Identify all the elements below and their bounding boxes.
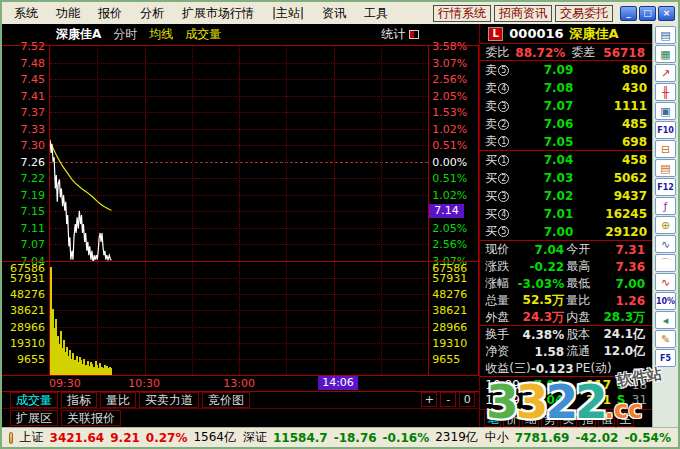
volume-axis-label: 9655 xyxy=(432,352,460,365)
formula-icon[interactable]: ƒ xyxy=(655,197,676,215)
price-axis-label: 7.52 xyxy=(21,40,46,53)
minimize-button[interactable]: _ xyxy=(620,6,637,21)
menu-item-1[interactable]: 功能 xyxy=(47,4,89,23)
time-cursor-tag: 14:06 xyxy=(318,376,358,390)
stock-code: 000016 xyxy=(509,26,563,41)
bid-label: 买1 xyxy=(485,152,517,169)
bid-volume: 5062 xyxy=(573,171,647,185)
f12-trade-icon[interactable]: F12 xyxy=(655,178,676,196)
bid-queue: 买17.04458买27.035062买37.029437买47.0116245… xyxy=(480,151,652,241)
menu-item-7[interactable]: 工具 xyxy=(355,4,397,23)
chart-tab-0[interactable]: 成交量 xyxy=(10,392,58,408)
extra-tab-0[interactable]: 扩展区 xyxy=(10,410,58,426)
circled-number-icon: 1 xyxy=(498,155,509,166)
wave-icon[interactable]: ∿ xyxy=(655,235,676,253)
bid-row: 买17.04458 xyxy=(480,151,652,169)
menu-item-5[interactable]: |主站| xyxy=(263,4,313,23)
chart-tab-4[interactable]: 竞价图 xyxy=(202,392,250,408)
index-name: 深证 xyxy=(243,429,267,446)
info-row: 现价7.04今开7.31 xyxy=(480,241,652,258)
menu-item-6[interactable]: 资讯 xyxy=(313,4,355,23)
ten-percent-icon[interactable]: 10% xyxy=(655,292,676,310)
volume-gridline xyxy=(50,359,428,360)
import-icon[interactable]: ◂ xyxy=(655,311,676,329)
menu-bar: 系统功能报价分析扩展市场行情|主站|资讯工具 行情系统招商资讯交易委托 _ □ … xyxy=(2,2,678,24)
board-tree-icon[interactable]: ⊟ xyxy=(655,140,676,158)
time-axis: 09:3010:3013:0014:0014:06 xyxy=(2,376,479,392)
volume-axis-label: 28966 xyxy=(10,320,45,333)
main-content: 深康佳A 分时 均线 成交量 统计 7.527.487.457.417.377.… xyxy=(2,24,678,427)
ask-row: 卖57.09880 xyxy=(480,61,652,79)
price-plot[interactable] xyxy=(49,46,429,261)
quick-button-0[interactable]: 行情系统 xyxy=(433,5,491,22)
percent-axis-label: 0.00% xyxy=(432,155,467,168)
percent-axis-label: 3.58% xyxy=(432,40,467,53)
info-label: 换手 xyxy=(485,326,509,343)
kline-icon[interactable]: ╫ xyxy=(655,83,676,101)
chart-tab-2[interactable]: 量比 xyxy=(100,392,136,408)
status-bar: 上证3421.649.210.27%1564亿深证11584.7-18.76-0… xyxy=(2,427,678,447)
view-avg-link[interactable]: 均线 xyxy=(149,26,173,43)
watermark-logo: 3322.cc 软件站 xyxy=(486,378,642,425)
info-book-icon[interactable]: ▤ xyxy=(655,159,676,177)
price-axis-label: 7.19 xyxy=(21,188,46,201)
maximize-button[interactable]: □ xyxy=(639,6,656,21)
volume-axis-right: 6758657931482763862128966193109655 xyxy=(429,262,479,375)
quick-button-2[interactable]: 交易委托 xyxy=(555,5,613,22)
percent-axis-label: 1.02% xyxy=(432,188,467,201)
stock-name: 深康佳A xyxy=(570,25,619,43)
chart-tab-3[interactable]: 买卖力道 xyxy=(139,392,199,408)
volume-axis-label: 19310 xyxy=(432,336,467,349)
zoom-button-2[interactable]: 0 xyxy=(459,392,475,407)
quick-button-1[interactable]: 招商资讯 xyxy=(494,5,552,22)
bid-price: 7.00 xyxy=(517,225,573,239)
quick-buttons: 行情系统招商资讯交易委托 xyxy=(430,5,613,22)
index-name: 中小 xyxy=(485,429,509,446)
menu-item-3[interactable]: 分析 xyxy=(131,4,173,23)
percent-axis-label: 2.05% xyxy=(432,221,467,234)
bid-label: 买3 xyxy=(485,188,517,205)
price-axis-label: 7.48 xyxy=(21,56,46,69)
menu-item-0[interactable]: 系统 xyxy=(5,4,47,23)
area-chart-icon[interactable]: ⌒ xyxy=(655,254,676,272)
info-value: -3.03% xyxy=(509,277,566,291)
bid-price: 7.03 xyxy=(517,171,573,185)
menu-item-2[interactable]: 报价 xyxy=(89,4,131,23)
index-quote-2[interactable]: 中小7781.69-42.02-0.54% xyxy=(485,429,671,446)
volume-axis-label: 19310 xyxy=(10,336,45,349)
view-volume-link[interactable]: 成交量 xyxy=(185,26,221,43)
multi-window-icon[interactable]: ▣ xyxy=(655,102,676,120)
percent-axis-label: 1.02% xyxy=(432,122,467,135)
index-percent: -0.54% xyxy=(624,431,671,445)
oscillator-icon[interactable]: ∿ xyxy=(655,273,676,291)
quote-grid-icon[interactable]: ▦ xyxy=(655,45,676,63)
window-controls: _ □ × xyxy=(618,6,675,21)
circled-number-icon: 2 xyxy=(498,173,509,184)
chart-tab-row-2: 扩展区关联报价 xyxy=(2,409,479,426)
index-turnover: 1564亿 xyxy=(193,429,236,446)
extra-tab-1[interactable]: 关联报价 xyxy=(61,410,121,426)
ask-price: 7.06 xyxy=(517,117,573,131)
stats-button[interactable]: 统计 xyxy=(381,26,419,43)
stats-window-icon xyxy=(409,30,419,39)
f10-info-icon[interactable]: F10 xyxy=(655,121,676,139)
magnifier-icon[interactable]: ⊕ xyxy=(655,216,676,234)
bid-row: 买27.035062 xyxy=(480,169,652,187)
zoom-button-1[interactable]: - xyxy=(440,392,456,407)
volume-axis-label: 57931 xyxy=(432,272,467,285)
report-icon[interactable]: ▤ xyxy=(655,26,676,44)
close-button[interactable]: × xyxy=(658,6,675,21)
trend-line-icon[interactable]: ↗ xyxy=(655,64,676,82)
price-axis-label: 7.26 xyxy=(21,155,46,168)
volume-plot[interactable] xyxy=(49,262,429,375)
index-quote-1[interactable]: 深证11584.7-18.76-0.16%2319亿 xyxy=(243,429,478,446)
price-axis-label: 7.11 xyxy=(21,221,46,234)
chart-tab-1[interactable]: 指标 xyxy=(61,392,97,408)
view-minute-link[interactable]: 分时 xyxy=(113,26,137,43)
info-value: 24.1亿 xyxy=(590,326,647,343)
menu-item-4[interactable]: 扩展市场行情 xyxy=(173,4,263,23)
pencil-icon[interactable]: ✎ xyxy=(655,330,676,348)
info-row: 外盘24.3万内盘28.3万 xyxy=(480,309,652,326)
index-quote-0[interactable]: 上证3421.649.210.27%1564亿 xyxy=(20,429,236,446)
zoom-button-0[interactable]: + xyxy=(421,392,437,407)
